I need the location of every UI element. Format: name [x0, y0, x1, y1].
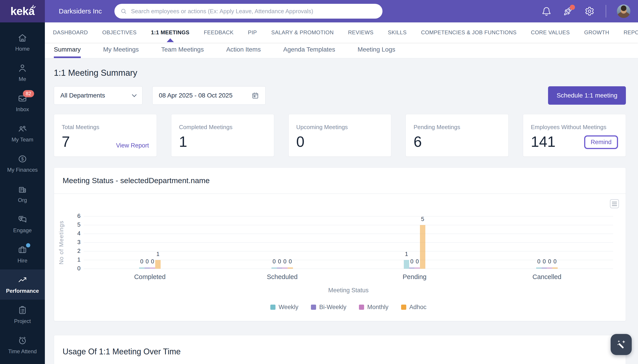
card-label: Completed Meetings [179, 124, 266, 131]
inbox-count-badge: 82 [23, 90, 34, 97]
global-search[interactable] [114, 4, 383, 18]
tab-reviews[interactable]: REVIEWS [348, 22, 373, 42]
subtab-meeting-logs[interactable]: Meeting Logs [358, 42, 395, 58]
sidebar-item-my-finances[interactable]: $My Finances [0, 148, 45, 179]
card-value: 6 [413, 134, 422, 149]
sidebar-item-hire[interactable]: Hire [0, 239, 45, 270]
schedule-meeting-button[interactable]: Schedule 1:1 meeting [548, 86, 626, 105]
tab-feedback[interactable]: FEEDBACK [204, 22, 234, 42]
bar-group-scheduled: 0000 [216, 216, 348, 269]
view-report-link[interactable]: View Report [116, 142, 149, 149]
tab-1-1-meetings[interactable]: 1:1 MEETINGS [151, 22, 190, 42]
legend-swatch [270, 304, 275, 310]
card-bottom: 7View Report [62, 134, 149, 149]
sidebar-item-my-team[interactable]: My Team [0, 118, 45, 148]
tab-growth[interactable]: GROWTH [584, 22, 609, 42]
bar-slot: 0 [547, 216, 552, 269]
tab-core-values[interactable]: CORE VALUES [531, 22, 570, 42]
chart-title: Meeting Status - selectedDepartment.name [63, 176, 210, 185]
bar-value-label: 0 [410, 258, 413, 265]
card-value: 0 [296, 134, 305, 149]
sidebar-item-engage[interactable]: Engage [0, 209, 45, 239]
header-actions [541, 0, 630, 22]
bar-slot: 0 [541, 216, 547, 269]
category-label: Cancelled [481, 273, 613, 280]
tab-objectives[interactable]: OBJECTIVES [102, 22, 137, 42]
header-divider [606, 5, 606, 18]
y-axis-tick: 2 [72, 248, 81, 254]
sidebar-item-label: Org [18, 197, 27, 203]
subtab-team-meetings[interactable]: Team Meetings [161, 42, 204, 58]
tab-reports[interactable]: REPORTS [624, 22, 638, 42]
inbox-icon: 82 [18, 94, 27, 103]
bar-value-label: 0 [537, 258, 540, 265]
chart-categories: CompletedScheduledPendingCancelled [84, 273, 613, 280]
logo-spark-icon [30, 4, 36, 10]
bar-value-label: 0 [543, 258, 546, 265]
summary-card-completed-meetings: Completed Meetings1 [171, 114, 274, 157]
bar-slot: 0 [139, 216, 144, 269]
subtab-my-meetings[interactable]: My Meetings [103, 42, 139, 58]
legend-item-monthly: Monthly [359, 304, 389, 311]
bar-slot: 0 [409, 216, 415, 269]
sidebar-item-label: Project [14, 318, 31, 324]
profile-avatar[interactable] [617, 4, 630, 18]
sidebar-item-label: Performance [6, 288, 39, 294]
tab-dashboard[interactable]: DASHBOARD [53, 22, 88, 42]
page-title: 1:1 Meeting Summary [54, 68, 626, 78]
y-axis-tick: 1 [72, 256, 81, 263]
subtab-summary[interactable]: Summary [54, 42, 81, 58]
y-axis-tick: 0 [72, 265, 81, 272]
keka-logo[interactable]: keka [0, 0, 45, 22]
usage-card-title: Usage Of 1:1 Meeting Over Time [63, 347, 181, 356]
tab-pip[interactable]: PIP [248, 22, 257, 42]
bar-slot: 5 [420, 216, 425, 269]
engage-icon [18, 214, 27, 224]
tab-salary-promotion[interactable]: SALARY & PROMOTION [271, 22, 334, 42]
chart-menu-button[interactable] [610, 199, 619, 208]
secondary-nav: SummaryMy MeetingsTeam MeetingsAction It… [45, 42, 638, 58]
notifications-button[interactable] [541, 6, 552, 16]
assistant-fab[interactable] [611, 334, 632, 355]
remind-button[interactable]: Remind [584, 136, 618, 149]
subtab-agenda-templates[interactable]: Agenda Templates [283, 42, 335, 58]
legend-swatch [359, 304, 364, 310]
tab-competencies-job-functions[interactable]: COMPETENCIES & JOB FUNCTIONS [421, 22, 517, 42]
bar-value-label: 0 [272, 258, 276, 265]
sidebar-item-performance[interactable]: Performance [0, 270, 45, 300]
bar-value-label: 0 [553, 258, 557, 265]
sidebar-item-me[interactable]: Me [0, 58, 45, 88]
project-icon [18, 305, 27, 315]
date-range-picker[interactable]: 08 Apr 2025 - 08 Oct 2025 [152, 86, 266, 105]
sidebar-item-time-attend[interactable]: Time Attend [0, 330, 45, 360]
legend-label: Weekly [279, 304, 298, 311]
subtab-action-items[interactable]: Action Items [226, 42, 261, 58]
department-filter-dropdown[interactable]: All Departments [54, 86, 142, 105]
tab-skills[interactable]: SKILLS [388, 22, 407, 42]
sidebar-item-home[interactable]: Home [0, 27, 45, 58]
sidebar-item-label: Me [19, 76, 26, 82]
top-header-bar: Darksiders Inc [45, 0, 638, 22]
chart-legend: WeeklyBi-WeeklyMonthlyAdhoc [54, 304, 626, 311]
bar-bi-weekly-pending [409, 268, 415, 269]
legend-item-bi-weekly: Bi-Weekly [311, 304, 346, 311]
bar-weekly-scheduled [271, 268, 277, 269]
chart-header: Meeting Status - selectedDepartment.name [54, 168, 626, 194]
bar-adhoc-completed [155, 260, 161, 269]
bar-slot: 0 [282, 216, 287, 269]
bar-slot: 0 [552, 216, 558, 269]
y-axis-tick: 4 [72, 230, 81, 237]
category-label: Scheduled [216, 273, 348, 280]
sidebar-item-inbox[interactable]: 82Inbox [0, 88, 45, 118]
bar-value-label: 0 [146, 258, 149, 265]
whats-new-button[interactable] [563, 6, 573, 16]
sidebar-item-label: Inbox [16, 106, 29, 112]
legend-item-weekly: Weekly [270, 304, 298, 311]
sidebar-item-label: Hire [18, 258, 27, 264]
bar-slot: 1 [155, 216, 161, 269]
settings-button[interactable] [584, 6, 595, 16]
bar-group-completed: 0001 [84, 216, 216, 269]
search-input[interactable] [131, 8, 377, 15]
sidebar-item-org[interactable]: Org [0, 179, 45, 209]
sidebar-item-project[interactable]: Project [0, 300, 45, 330]
